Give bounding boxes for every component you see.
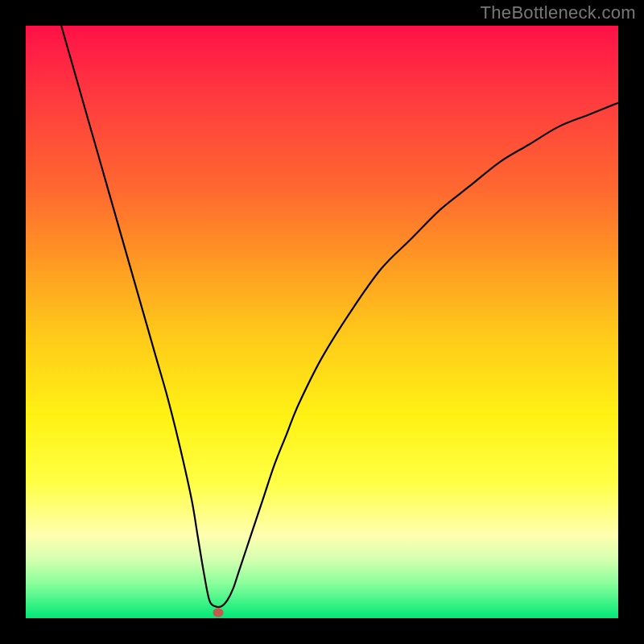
bottleneck-curve xyxy=(61,26,618,607)
curve-svg xyxy=(26,26,618,618)
plot-area xyxy=(26,26,618,618)
chart-container: TheBottleneck.com xyxy=(0,0,644,644)
min-point-marker xyxy=(213,608,224,617)
attribution-text: TheBottleneck.com xyxy=(481,2,636,23)
